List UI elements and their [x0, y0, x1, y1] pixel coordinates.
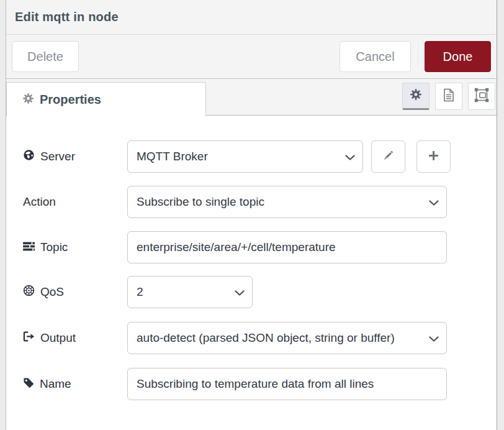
- edit-server-button[interactable]: [371, 140, 405, 173]
- tab-bar: Properties: [6, 79, 497, 116]
- tasks-icon: [23, 240, 35, 254]
- add-server-button[interactable]: [416, 140, 451, 173]
- action-select[interactable]: Subscribe to single topic: [127, 186, 447, 218]
- server-row: Server MQTT Broker: [6, 140, 497, 173]
- qos-row: QoS 2: [6, 276, 497, 308]
- empire-icon: [23, 285, 35, 300]
- properties-form: Server MQTT Broker: [6, 116, 497, 429]
- topic-label: Topic: [23, 231, 68, 263]
- edit-node-tray: Edit mqtt in node Delete Cancel Done: [6, 0, 497, 430]
- qos-select[interactable]: 2: [127, 276, 253, 308]
- topic-label-text: Topic: [40, 240, 68, 254]
- qos-label: QoS: [23, 276, 64, 308]
- topic-input[interactable]: [127, 231, 447, 263]
- action-label: Action: [23, 186, 56, 218]
- file-icon: [443, 88, 454, 104]
- cog-icon: [23, 93, 34, 106]
- action-row: Action Subscribe to single topic: [6, 186, 497, 218]
- delete-button[interactable]: Delete: [12, 41, 79, 72]
- globe-icon: [23, 149, 35, 164]
- cog-icon: [410, 89, 421, 103]
- output-select-value: auto-detect (parsed JSON object, string …: [137, 331, 425, 345]
- output-select[interactable]: auto-detect (parsed JSON object, string …: [127, 322, 447, 354]
- description-view-button[interactable]: [435, 83, 462, 110]
- cancel-button[interactable]: Cancel: [340, 41, 411, 72]
- action-select-value: Subscribe to single topic: [137, 195, 425, 209]
- appearance-icon: [474, 88, 489, 105]
- properties-view-button[interactable]: [402, 83, 430, 110]
- output-row: Output auto-detect (parsed JSON object, …: [6, 322, 497, 354]
- qos-select-value: 2: [137, 285, 231, 299]
- chevron-down-icon: [235, 285, 245, 299]
- server-label: Server: [23, 140, 75, 173]
- chevron-down-icon: [345, 150, 355, 163]
- tab-properties-label: Properties: [40, 93, 101, 107]
- action-label-text: Action: [23, 195, 56, 209]
- chevron-down-icon: [429, 195, 439, 209]
- tray-header: Edit mqtt in node: [6, 0, 497, 35]
- name-label-text: Name: [40, 377, 71, 391]
- tag-icon: [23, 377, 34, 391]
- output-label: Output: [23, 322, 76, 354]
- dialog-title: Edit mqtt in node: [15, 10, 119, 24]
- done-button[interactable]: Done: [425, 41, 491, 72]
- server-select[interactable]: MQTT Broker: [127, 140, 363, 173]
- chevron-down-icon: [429, 331, 439, 345]
- name-row: Name: [6, 368, 497, 400]
- name-input[interactable]: [127, 368, 447, 400]
- tab-properties[interactable]: Properties: [6, 82, 206, 116]
- output-label-text: Output: [40, 331, 76, 345]
- qos-label-text: QoS: [40, 285, 64, 299]
- pencil-icon: [383, 150, 394, 163]
- tab-action-buttons: [402, 83, 495, 110]
- name-label: Name: [23, 368, 71, 400]
- topic-row: Topic: [6, 231, 497, 263]
- sign-out-icon: [23, 331, 35, 345]
- server-select-value: MQTT Broker: [137, 150, 341, 163]
- server-label-text: Server: [40, 150, 75, 163]
- topic-field: [127, 231, 447, 263]
- plus-icon: [428, 150, 439, 163]
- tray-toolbar: Delete Cancel Done: [6, 35, 497, 79]
- appearance-view-button[interactable]: [468, 83, 495, 110]
- name-field: [127, 368, 447, 400]
